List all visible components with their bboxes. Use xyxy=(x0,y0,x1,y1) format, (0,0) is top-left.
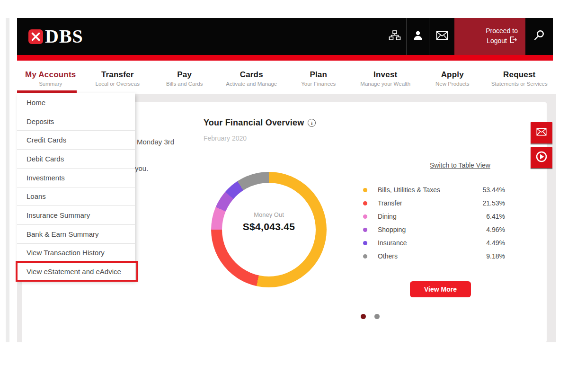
dropdown-item-investments[interactable]: Investments xyxy=(17,169,135,187)
floating-mail-button[interactable] xyxy=(531,122,552,143)
legend-row-shopping[interactable]: Shopping4.96% xyxy=(357,223,505,236)
nav-item-plan[interactable]: PlanYour Finances xyxy=(285,61,352,94)
dropdown-item-credit-cards[interactable]: Credit Cards xyxy=(17,131,135,150)
legend-dot xyxy=(363,228,367,232)
main-nav: My AccountsSummaryTransferLocal or Overs… xyxy=(17,61,553,94)
nav-item-pay[interactable]: PayBills and Cards xyxy=(151,61,218,94)
nav-sublabel: Your Finances xyxy=(301,81,336,87)
brand-red-bar xyxy=(17,55,553,61)
legend-value: 9.18% xyxy=(486,252,505,260)
logout-label-line1: Proceed to xyxy=(486,27,518,36)
carousel-dot-1[interactable] xyxy=(361,314,366,319)
legend-row-transfer[interactable]: Transfer21.53% xyxy=(357,196,505,210)
mail-icon xyxy=(436,31,448,42)
legend-dot xyxy=(363,254,367,258)
legend-label: Shopping xyxy=(378,226,406,233)
nav-label: Plan xyxy=(310,70,327,80)
legend-label: Insurance xyxy=(378,239,407,247)
legend-dot xyxy=(363,214,367,219)
nav-label: Apply xyxy=(441,70,464,80)
greeting-text-fragment: Monday 3rd xyxy=(137,138,174,146)
proceed-to-logout-button[interactable]: Proceed to Logout xyxy=(454,18,525,55)
floating-play-button[interactable] xyxy=(531,147,552,168)
dropdown-item-loans[interactable]: Loans xyxy=(17,187,135,206)
nav-sublabel: Local or Overseas xyxy=(96,81,140,87)
nav-item-invest[interactable]: InvestManage your Wealth xyxy=(352,61,419,94)
donut-center-label: Money Out xyxy=(254,211,284,218)
donut-center-value: S$4,043.45 xyxy=(243,221,295,232)
view-more-button[interactable]: View More xyxy=(410,281,471,297)
legend-row-others[interactable]: Others9.18% xyxy=(357,249,505,263)
legend-value: 53.44% xyxy=(483,186,505,194)
messages-button[interactable] xyxy=(429,18,454,55)
nav-item-request[interactable]: RequestStatements or Services xyxy=(486,61,553,94)
chart-legend: Bills, Utilities & Taxes53.44%Transfer21… xyxy=(357,183,505,263)
legend-value: 21.53% xyxy=(483,199,505,207)
nav-sublabel: Activate and Manage xyxy=(226,81,277,87)
legend-label: Transfer xyxy=(378,199,402,207)
nav-sublabel: Statements or Services xyxy=(491,81,548,87)
nav-label: Pay xyxy=(177,70,192,80)
legend-row-dining[interactable]: Dining6.41% xyxy=(357,210,505,223)
site-header: DBS xyxy=(17,18,553,55)
my-accounts-dropdown: HomeDepositsCredit CardsDebit CardsInves… xyxy=(17,93,135,281)
legend-dot xyxy=(363,201,367,205)
greeting-text-fragment-2: you. xyxy=(135,164,148,172)
dropdown-item-view-transaction-history[interactable]: View Transaction History xyxy=(17,244,135,263)
overview-month: February 2020 xyxy=(204,134,247,142)
carousel-dots xyxy=(361,314,380,319)
dropdown-item-insurance-summary[interactable]: Insurance Summary xyxy=(17,206,135,225)
sitemap-icon xyxy=(389,30,401,43)
nav-label: Invest xyxy=(373,70,397,80)
legend-value: 4.49% xyxy=(486,239,505,247)
info-icon[interactable]: i xyxy=(308,119,316,127)
switch-to-table-view-link[interactable]: Switch to Table View xyxy=(430,161,501,169)
play-icon xyxy=(535,150,548,165)
nav-label: Request xyxy=(503,70,535,80)
sitemap-button[interactable] xyxy=(383,18,406,55)
legend-value: 6.41% xyxy=(486,213,505,220)
legend-dot xyxy=(363,188,367,192)
donut-center: Money Out S$4,043.45 xyxy=(222,183,316,276)
legend-row-insurance[interactable]: Insurance4.49% xyxy=(357,236,505,249)
nav-item-transfer[interactable]: TransferLocal or Overseas xyxy=(84,61,151,94)
money-out-donut-chart[interactable]: Money Out S$4,043.45 xyxy=(211,172,327,287)
legend-label: Bills, Utilities & Taxes xyxy=(378,186,440,194)
dbs-logo-icon xyxy=(28,29,43,44)
nav-label: Cards xyxy=(240,70,263,80)
search-button[interactable] xyxy=(525,18,553,55)
nav-sublabel: Bills and Cards xyxy=(166,81,203,87)
nav-sublabel: Summary xyxy=(39,81,62,87)
dbs-logo-text: DBS xyxy=(45,27,83,46)
legend-label: Others xyxy=(378,252,398,260)
logout-label-line2: Logout xyxy=(487,36,507,45)
profile-button[interactable] xyxy=(406,18,429,55)
nav-item-cards[interactable]: CardsActivate and Manage xyxy=(218,61,285,94)
mail-icon xyxy=(536,128,547,138)
legend-row-bills-utilities-taxes[interactable]: Bills, Utilities & Taxes53.44% xyxy=(357,183,505,196)
dropdown-item-debit-cards[interactable]: Debit Cards xyxy=(17,150,135,169)
dropdown-item-home[interactable]: Home xyxy=(17,93,135,112)
legend-label: Dining xyxy=(378,213,397,220)
nav-label: Transfer xyxy=(101,70,134,80)
carousel-dot-2[interactable] xyxy=(374,314,380,319)
nav-item-apply[interactable]: ApplyNew Products xyxy=(419,61,486,94)
financial-overview-title: Your Financial Overview xyxy=(204,118,304,128)
page: DBS xyxy=(0,0,568,392)
nav-sublabel: Manage your Wealth xyxy=(360,81,410,87)
nav-label: My Accounts xyxy=(25,70,76,80)
window-edge-strip xyxy=(6,18,9,342)
dropdown-item-view-estatement-and-eadvice[interactable]: View eStatement and eAdvice xyxy=(17,262,135,281)
nav-sublabel: New Products xyxy=(435,81,470,87)
nav-item-my-accounts[interactable]: My AccountsSummary xyxy=(17,61,84,94)
dbs-logo[interactable]: DBS xyxy=(28,27,83,46)
dropdown-item-deposits[interactable]: Deposits xyxy=(17,112,135,131)
profile-icon xyxy=(412,30,424,43)
dropdown-item-bank-earn-summary[interactable]: Bank & Earn Summary xyxy=(17,225,135,244)
legend-value: 4.96% xyxy=(486,226,505,233)
logout-icon xyxy=(509,36,518,46)
legend-dot xyxy=(363,241,367,245)
search-icon xyxy=(533,29,545,44)
